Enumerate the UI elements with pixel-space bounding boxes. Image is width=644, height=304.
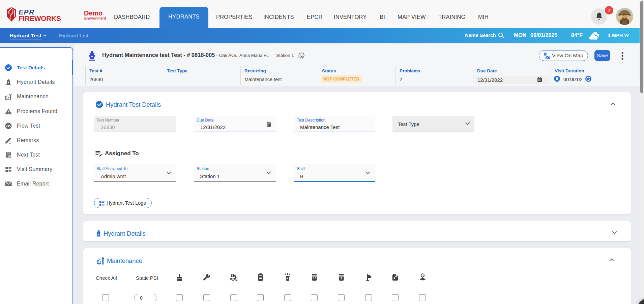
svg-text:2.5: 2.5 (313, 277, 317, 280)
svg-text:5: 5 (341, 276, 343, 280)
